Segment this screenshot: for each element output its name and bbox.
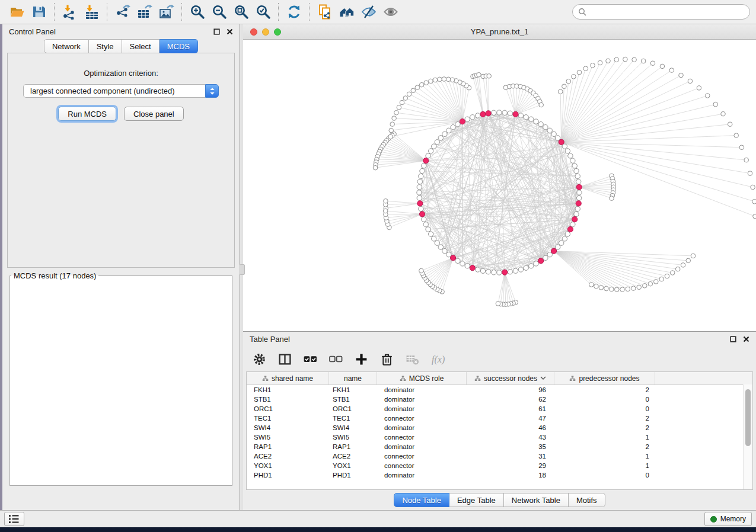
table-cell: 29 (467, 462, 554, 469)
table-cell: 0 (554, 472, 655, 479)
optimization-criterion-label: Optimization criterion: (8, 69, 234, 78)
column-header-name[interactable]: name (329, 372, 377, 384)
zoom-in-button[interactable] (186, 2, 208, 22)
tab-style[interactable]: Style (89, 39, 122, 53)
column-type-icon (400, 376, 406, 382)
float-panel-icon[interactable] (730, 336, 736, 342)
zoom-out-button[interactable] (208, 2, 230, 22)
table-scrollbar[interactable] (743, 384, 752, 489)
network-frame: YPA_prune.txt_1 (243, 24, 756, 332)
tab-edge-table[interactable]: Edge Table (449, 493, 504, 507)
column-header-mcds-role[interactable]: MCDS role (377, 372, 467, 384)
table-scrollbar-thumb[interactable] (745, 389, 751, 446)
table-cell: SWI4 (247, 424, 329, 431)
control-panel-header: Control Panel (2, 24, 240, 39)
deselect-all-button[interactable] (329, 352, 343, 366)
network-canvas[interactable] (243, 40, 756, 331)
table-panel-title: Table Panel (250, 335, 290, 344)
import-table-button[interactable] (81, 2, 103, 22)
add-button[interactable] (355, 352, 368, 366)
table-cell: 61 (467, 405, 554, 412)
status-bar: Memory (0, 510, 756, 527)
column-header-successor-nodes[interactable]: successor nodes (467, 372, 554, 384)
memory-label: Memory (720, 515, 746, 523)
network-title: YPA_prune.txt_1 (243, 24, 756, 39)
tab-network-table[interactable]: Network Table (504, 493, 569, 507)
select-all-button[interactable] (304, 352, 317, 366)
table-row[interactable]: ACE2ACE2connector311 (247, 451, 752, 461)
delete-button[interactable] (380, 352, 394, 366)
criterion-select[interactable]: largest connected component (undirected) (23, 84, 219, 98)
table-row[interactable]: STB1STB1dominator620 (247, 395, 752, 404)
tab-mcds[interactable]: MCDS (160, 39, 198, 53)
search-box[interactable] (572, 4, 750, 20)
close-panel-button[interactable]: Close panel (124, 107, 184, 121)
run-mcds-button[interactable]: Run MCDS (58, 107, 116, 121)
table-cell: SWI5 (329, 434, 377, 441)
table-row[interactable]: RAP1RAP1dominator352 (247, 442, 752, 451)
table-cell: connector (377, 434, 467, 441)
table-toolbar: f(x) (243, 347, 756, 371)
import-network-button[interactable] (59, 2, 81, 22)
network-graph[interactable] (243, 40, 756, 331)
table-row[interactable]: FKH1FKH1dominator962 (247, 385, 752, 395)
mcds-tab-content: Optimization criterion: largest connecte… (7, 53, 235, 268)
export-image-button[interactable] (155, 2, 177, 22)
window-zoom-button[interactable] (274, 28, 281, 36)
zoom-selected-button[interactable] (252, 2, 274, 22)
table-cell: dominator (377, 424, 467, 431)
table-cell: connector (377, 415, 467, 422)
window-close-button[interactable] (250, 28, 257, 36)
export-table-button[interactable] (133, 2, 155, 22)
table-row[interactable]: YOX1YOX1connector291 (247, 461, 752, 470)
save-button[interactable] (28, 2, 50, 22)
table-row[interactable]: TEC1TEC1connector472 (247, 414, 752, 423)
open-button[interactable] (6, 2, 28, 22)
refresh-button[interactable] (283, 2, 305, 22)
refresh-icon (286, 4, 302, 20)
close-panel-icon[interactable] (743, 336, 749, 342)
panel-menu-button[interactable] (4, 512, 24, 526)
clone-network-button[interactable] (314, 2, 336, 22)
table-cell: 18 (467, 472, 554, 479)
export-network-button[interactable] (111, 2, 133, 22)
vertical-splitter[interactable] (240, 24, 243, 510)
table-cell: 2 (554, 443, 655, 450)
tab-motifs[interactable]: Motifs (569, 493, 605, 507)
save-icon (31, 4, 47, 20)
table-cell: dominator (377, 396, 467, 403)
table-row[interactable]: SWI4SWI4dominator462 (247, 423, 752, 432)
table-cell: 2 (554, 415, 655, 422)
close-panel-icon[interactable] (227, 28, 233, 35)
search-input[interactable] (590, 7, 744, 17)
table-cell: PHD1 (247, 472, 329, 479)
table-panel-tabs: Node TableEdge TableNetwork TableMotifs (243, 490, 756, 510)
control-panel-tabs: NetworkStyleSelectMCDS (2, 39, 240, 53)
mcds-result-title: MCDS result (17 nodes) (11, 271, 98, 280)
splitter-grip[interactable] (240, 264, 245, 275)
column-header-predecessor-nodes[interactable]: predecessor nodes (554, 372, 655, 384)
table-cell: STB1 (329, 396, 377, 403)
criterion-select-stepper[interactable] (205, 84, 219, 98)
hide-selected-button[interactable] (358, 2, 379, 22)
settings-button[interactable] (253, 352, 266, 366)
houses-button[interactable] (336, 2, 358, 22)
tab-node-table[interactable]: Node Table (394, 493, 449, 507)
split-panel-button[interactable] (278, 352, 292, 366)
zoom-fit-button[interactable] (230, 2, 252, 22)
table-cell: 31 (467, 453, 554, 460)
float-panel-icon[interactable] (213, 28, 220, 35)
table-row[interactable]: PHD1PHD1dominator180 (247, 470, 752, 480)
show-all-button (379, 2, 401, 22)
memory-button[interactable]: Memory (704, 512, 752, 526)
column-header-shared-name[interactable]: shared name (247, 372, 329, 384)
tab-select[interactable]: Select (122, 39, 160, 53)
table-cell: PHD1 (329, 472, 377, 479)
table-row[interactable]: SWI5SWI5connector431 (247, 432, 752, 442)
split-panel-icon (278, 352, 292, 366)
window-minimize-button[interactable] (262, 28, 269, 36)
tab-network[interactable]: Network (44, 39, 89, 53)
table-cell: connector (377, 462, 467, 469)
table-row[interactable]: ORC1ORC1dominator610 (247, 404, 752, 414)
table-header-row: shared namenameMCDS rolesuccessor nodesp… (247, 372, 752, 385)
